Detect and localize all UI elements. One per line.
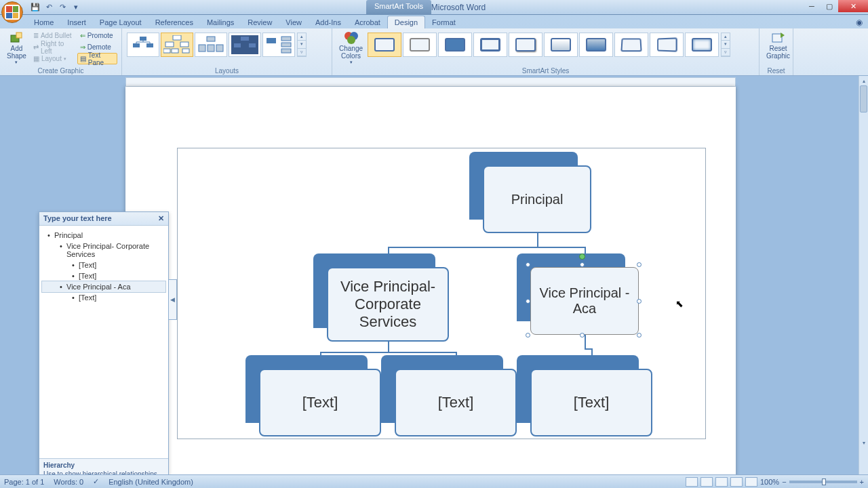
text-pane-close-icon[interactable]: ✕ [158,214,164,223]
spellcheck-icon[interactable]: ✓ [93,477,99,486]
view-web-layout[interactable] [715,477,728,487]
ribbon-tabs: Home Insert Page Layout References Maili… [0,15,868,28]
text-pane-item[interactable]: [Text] [42,260,165,270]
bullet-icon: ≣ [33,32,39,39]
style-option-6[interactable] [544,33,578,57]
layout-button[interactable]: ▦Layout▾ [31,53,76,64]
zoom-slider[interactable] [789,481,857,483]
text-pane-item[interactable]: Vice Principal - Aca [41,281,166,293]
status-page[interactable]: Page: 1 of 1 [4,478,44,486]
vertical-scrollbar[interactable]: ▴ ▾ [859,76,868,474]
scroll-down-icon[interactable]: ▾ [859,438,868,447]
tab-review[interactable]: Review [241,16,279,28]
view-draft[interactable] [745,477,757,487]
scrollbar-thumb[interactable] [860,85,867,113]
close-button[interactable]: ✕ [838,0,868,12]
zoom-level[interactable]: 100% [760,478,779,486]
org-chart-node[interactable]: Principal [469,152,591,240]
style-option-9[interactable] [650,33,684,57]
style-option-1[interactable] [368,33,401,57]
layout-option-3[interactable] [195,33,227,57]
view-print-layout[interactable] [686,477,698,487]
org-chart-node[interactable]: [Text] [245,355,381,443]
promote-icon: ⇐ [80,32,85,39]
tab-format[interactable]: Format [425,16,462,28]
text-pane-item[interactable]: [Text] [42,270,165,281]
smartart-canvas[interactable]: PrincipalVice Principal- Corporate Servi… [177,148,706,439]
add-shape-button[interactable]: Add Shape▾ [4,30,29,66]
zoom-out-button[interactable]: − [782,478,786,486]
svg-rect-16 [199,45,205,52]
layout-option-1[interactable] [127,33,159,57]
tab-references[interactable]: References [149,16,200,28]
redo-icon[interactable]: ↷ [57,2,68,13]
scroll-up-icon[interactable]: ▴ [859,76,868,85]
layouts-more[interactable]: ▴▾▿ [297,33,307,57]
svg-rect-18 [216,45,223,52]
horizontal-ruler[interactable] [125,77,736,87]
maximize-button[interactable]: ▢ [821,0,838,12]
svg-rect-26 [281,49,291,53]
tab-home[interactable]: Home [27,16,60,28]
text-pane-item[interactable]: Principal [42,230,165,241]
layout-option-5[interactable] [262,33,295,57]
svg-rect-2 [140,37,146,41]
status-words[interactable]: Words: 0 [54,478,83,486]
layout-option-2[interactable] [161,33,193,57]
tab-insert[interactable]: Insert [60,16,93,28]
styles-more[interactable]: ▴▾▿ [721,33,730,57]
style-option-8[interactable] [614,33,648,57]
reset-graphic-button[interactable]: Reset Graphic [764,30,793,61]
view-full-screen[interactable] [701,477,713,487]
style-option-3[interactable] [438,33,472,57]
style-option-7[interactable] [579,33,613,57]
text-pane-body[interactable]: PrincipalVice Principal- Corporate Servi… [39,226,168,458]
text-pane-item[interactable]: Vice Principal- Corporate Services [42,241,165,260]
svg-rect-20 [241,37,249,41]
zoom-in-button[interactable]: + [860,478,864,486]
undo-icon[interactable]: ↶ [43,2,54,13]
change-colors-button[interactable]: Change Colors▾ [336,30,366,66]
org-chart-node[interactable]: Vice Principal - Aca [517,253,639,342]
group-layouts: Layouts [122,67,332,75]
right-to-left-button[interactable]: ⇄Right to Left [31,41,76,53]
tab-page-layout[interactable]: Page Layout [93,16,149,28]
style-option-5[interactable] [509,33,542,57]
svg-rect-15 [207,37,215,41]
layouts-gallery[interactable]: ▴▾▿ [126,30,307,58]
text-pane-toggle[interactable]: ◀ [169,279,177,320]
tab-view[interactable]: View [279,16,309,28]
textpane-icon: ▤ [80,55,86,62]
status-language[interactable]: English (United Kingdom) [108,478,193,486]
rtl-icon: ⇄ [33,43,39,51]
org-chart-node[interactable]: [Text] [517,355,652,443]
smartart-text-pane: Type your text here ✕ PrincipalVice Prin… [39,211,169,474]
style-option-10[interactable] [685,33,719,57]
text-pane-header: Type your text here ✕ [39,212,168,226]
svg-rect-17 [208,45,214,52]
svg-rect-9 [173,35,181,40]
tab-acrobat[interactable]: Acrobat [348,16,387,28]
tab-mailings[interactable]: Mailings [200,16,241,28]
qat-more-icon[interactable]: ▾ [71,2,81,13]
promote-button[interactable]: ⇐Promote [77,30,117,41]
style-option-2[interactable] [403,33,437,57]
minimize-button[interactable]: ─ [803,0,821,12]
layout-option-4[interactable] [229,33,261,57]
org-chart-node[interactable]: [Text] [381,355,517,443]
office-button[interactable] [1,1,23,23]
tab-addins[interactable]: Add-Ins [309,16,348,28]
status-bar: Page: 1 of 1 Words: 0 ✓ English (United … [0,474,868,488]
tab-design[interactable]: Design [387,16,425,28]
window-controls: ─ ▢ ✕ [803,0,868,12]
style-option-4[interactable] [473,33,507,57]
text-pane-item[interactable]: [Text] [42,292,165,303]
view-outline[interactable] [730,477,743,487]
save-icon[interactable]: 💾 [30,2,41,13]
help-icon[interactable]: ◉ [856,18,863,27]
text-pane-button[interactable]: ▤Text Pane [77,53,117,64]
styles-gallery[interactable]: ▴▾▿ [367,30,730,58]
group-create-graphic: Create Graphic [0,67,121,75]
org-chart-node[interactable]: Vice Principal- Corporate Services [313,253,449,348]
document-page[interactable]: PrincipalVice Principal- Corporate Servi… [125,87,736,474]
